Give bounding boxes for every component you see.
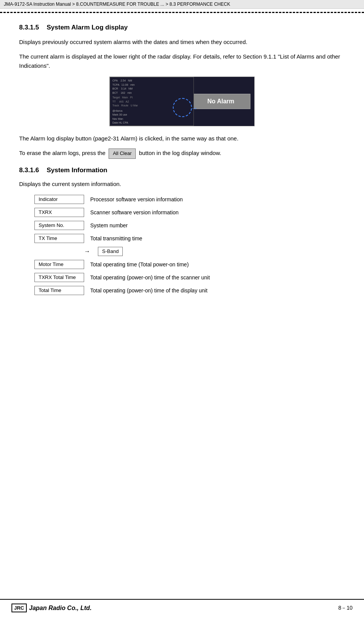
sysinfo-row-6: Total Time Total operating (power-on) ti…	[34, 286, 345, 295]
section-831-heading: 8.3.1.5 System Alarm Log display	[19, 24, 345, 31]
section-831-para1: Displays previously occurred system alar…	[19, 38, 345, 47]
section-831-para4-before: To erase the alarm logs, press the	[19, 150, 106, 156]
tx-time-desc: Total transmitting time	[90, 235, 345, 241]
sband-button[interactable]: S-Band	[98, 247, 123, 256]
radar-screenshot: CPA 2.54 NM TCPA 11:08 min BCR 3.14 NM B…	[19, 77, 345, 126]
section-832-title: System Information	[47, 166, 107, 174]
total-time-button[interactable]: Total Time	[34, 286, 84, 295]
sysinfo-sub-row-sband: → S-Band	[84, 247, 345, 256]
indicator-button[interactable]: Indicator	[34, 195, 84, 204]
section-831-number: 8.3.1.5	[19, 24, 39, 31]
sysinfo-row-5: TXRX Total Time Total operating (power-o…	[34, 273, 345, 282]
section-832-intro: Displays the current system information.	[19, 179, 345, 189]
txrx-desc: Scanner software version information	[90, 209, 345, 215]
page-number: 8－10	[338, 605, 353, 612]
system-no-desc: System number	[90, 222, 345, 228]
all-clear-button[interactable]: All Clear	[109, 148, 136, 159]
sysinfo-row-1: TXRX Scanner software version informatio…	[34, 208, 345, 217]
sysinfo-area: Indicator Processor software version inf…	[34, 195, 345, 295]
section-831-para3: The Alarm log display button (page2-31 A…	[19, 134, 345, 143]
txrx-total-time-desc: Total operating (power-on) time of the s…	[90, 274, 345, 281]
radar-alarm-box: No Alarm	[191, 94, 250, 109]
radar-circle-overlay	[173, 98, 192, 117]
tx-time-button[interactable]: TX Time	[34, 234, 84, 243]
breadcrumb: JMA-9172-SA Instruction Manual > 8.COUNT…	[0, 0, 364, 9]
dashed-separator	[0, 12, 364, 13]
indicator-desc: Processor software version information	[90, 196, 345, 202]
sysinfo-row-2: System No. System number	[34, 221, 345, 230]
section-832-number: 8.3.1.6	[19, 166, 39, 174]
page-footer: JRC Japan Radio Co., Ltd. 8－10	[0, 599, 364, 612]
company-name: Japan Radio Co., Ltd.	[29, 605, 92, 612]
radar-mock-container: CPA 2.54 NM TCPA 11:08 min BCR 3.14 NM B…	[109, 77, 255, 126]
txrx-total-time-button[interactable]: TXRX Total Time	[34, 273, 84, 282]
sysinfo-row-0: Indicator Processor software version inf…	[34, 195, 345, 204]
motor-time-button[interactable]: Motor Time	[34, 260, 84, 269]
txrx-button[interactable]: TXRX	[34, 208, 84, 217]
system-no-button[interactable]: System No.	[34, 221, 84, 230]
section-831-para4: To erase the alarm logs, press the All C…	[19, 148, 345, 159]
radar-arrow: →	[191, 104, 198, 113]
section-831-title: System Alarm Log display	[47, 24, 128, 31]
jrc-label: JRC	[11, 604, 27, 612]
section-831-para4-after: button in the log display window.	[139, 150, 221, 156]
section-831-para2: The current alarm is displayed at the lo…	[19, 52, 345, 70]
arrow-right-icon: →	[84, 248, 90, 255]
sysinfo-row-4: Motor Time Total operating time (Total p…	[34, 260, 345, 269]
sysinfo-row-3: TX Time Total transmitting time	[34, 234, 345, 243]
footer-logo: JRC Japan Radio Co., Ltd.	[11, 604, 92, 612]
section-832-heading: 8.3.1.6 System Information	[19, 166, 345, 174]
total-time-desc: Total operating (power-on) time of the d…	[90, 287, 345, 294]
motor-time-desc: Total operating time (Total power-on tim…	[90, 261, 345, 268]
